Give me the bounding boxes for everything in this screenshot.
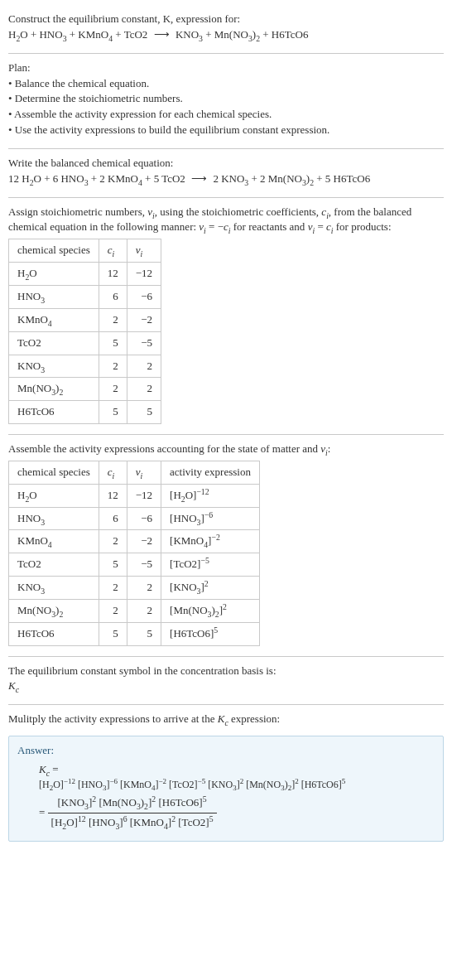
cell-species: KNO3	[9, 355, 99, 378]
th-species: chemical species	[9, 239, 99, 263]
equals-sign: =	[39, 806, 45, 818]
table-row: H2O 12 −12 [H2O]−12	[9, 484, 260, 507]
cell-c: 2	[99, 577, 127, 600]
cell-activity: [KMnO4]−2	[161, 530, 260, 553]
cell-c: 2	[99, 355, 127, 378]
cell-v: 5	[127, 622, 161, 645]
cell-species: TcO2	[9, 553, 99, 577]
table-row: KMnO4 2 −2 [KMnO4]−2	[9, 530, 260, 553]
cell-v: −2	[127, 308, 161, 331]
table-row: HNO3 6 −6 [HNO3]−6	[9, 507, 260, 530]
cell-species: KNO3	[9, 577, 99, 600]
th-ci: ci	[99, 239, 127, 263]
cell-activity: [H6TcO6]5	[161, 622, 260, 645]
plan-block: Plan: • Balance the chemical equation. •…	[8, 56, 444, 147]
cell-v: 2	[127, 378, 161, 401]
table-row: TcO2 5 −5	[9, 331, 161, 355]
cell-v: −6	[127, 285, 161, 308]
th-species: chemical species	[9, 461, 99, 484]
cell-species: H2O	[9, 263, 99, 286]
kc-fraction-line: = [KNO3]2 [Mn(NO3)2]2 [H6TcO6]5 [H2O]12 …	[39, 795, 435, 831]
cell-c: 2	[99, 530, 127, 553]
table-row: KNO3 2 2	[9, 355, 161, 378]
plan-title: Plan:	[8, 60, 444, 76]
plan-item-4: • Use the activity expressions to build …	[8, 123, 444, 138]
table-row: Mn(NO3)2 2 2 [Mn(NO3)2]2	[9, 599, 260, 622]
cell-v: 2	[127, 355, 161, 378]
cell-activity: [KNO3]2	[161, 577, 260, 600]
answer-box: Answer: Kc = [H2O]−12 [HNO3]−6 [KMnO4]−2…	[8, 736, 444, 842]
table-row: KMnO4 2 −2	[9, 308, 161, 331]
th-vi: νi	[127, 461, 161, 484]
cell-species: Mn(NO3)2	[9, 378, 99, 401]
plan-item-1: • Balance the chemical equation.	[8, 76, 444, 92]
cell-c: 5	[99, 401, 127, 424]
assign-text: Assign stoichiometric numbers, νi, using…	[8, 205, 444, 236]
symbol-block: The equilibrium constant symbol in the c…	[8, 659, 444, 703]
balanced-title: Write the balanced chemical equation:	[8, 156, 444, 171]
table-header-row: chemical species ci νi activity expressi…	[9, 461, 260, 484]
cell-c: 5	[99, 331, 127, 355]
cell-species: TcO2	[9, 331, 99, 355]
kc-fraction: [KNO3]2 [Mn(NO3)2]2 [H6TcO6]5 [H2O]12 [H…	[48, 795, 217, 831]
table-row: KNO3 2 2 [KNO3]2	[9, 577, 260, 600]
cell-v: −5	[127, 553, 161, 577]
answer-title: Answer:	[17, 743, 435, 759]
divider-4	[8, 434, 444, 435]
kc-numerator: [KNO3]2 [Mn(NO3)2]2 [H6TcO6]5	[48, 795, 217, 813]
stoich-table: chemical species ci νi H2O 12 −12 HNO3 6…	[8, 239, 161, 424]
cell-v: −6	[127, 507, 161, 530]
kc-denominator: [H2O]12 [HNO3]6 [KMnO4]2 [TcO2]5	[48, 813, 217, 831]
cell-c: 12	[99, 263, 127, 286]
balanced-equation: 12 H2O + 6 HNO3 + 2 KMnO4 + 5 TcO2 ⟶ 2 K…	[8, 171, 444, 187]
cell-v: −5	[127, 331, 161, 355]
kc-product-line: [H2O]−12 [HNO3]−6 [KMnO4]−2 [TcO2]−5 [KN…	[39, 778, 435, 792]
activity-block: Assemble the activity expressions accoun…	[8, 437, 444, 654]
unbalanced-equation: H2O + HNO3 + KMnO4 + TcO2 ⟶ KNO3 + Mn(NO…	[8, 27, 444, 43]
symbol-kc: Kc	[8, 678, 444, 694]
page-root: Construct the equilibrium constant, K, e…	[0, 0, 452, 858]
cell-species: H6TcO6	[9, 401, 99, 424]
table-row: Mn(NO3)2 2 2	[9, 378, 161, 401]
cell-species: KMnO4	[9, 308, 99, 331]
cell-activity: [H2O]−12	[161, 484, 260, 507]
cell-c: 2	[99, 599, 127, 622]
th-vi: νi	[127, 239, 161, 263]
balanced-block: Write the balanced chemical equation: 12…	[8, 151, 444, 196]
cell-c: 6	[99, 507, 127, 530]
cell-v: −12	[127, 263, 161, 286]
activity-intro: Assemble the activity expressions accoun…	[8, 442, 444, 457]
plan-item-3: • Assemble the activity expression for e…	[8, 107, 444, 123]
cell-v: −12	[127, 484, 161, 507]
plan-item-2: • Determine the stoichiometric numbers.	[8, 91, 444, 107]
divider-2	[8, 148, 444, 149]
cell-species: H6TcO6	[9, 622, 99, 645]
table-row: H6TcO6 5 5	[9, 401, 161, 424]
cell-activity: [Mn(NO3)2]2	[161, 599, 260, 622]
activity-table: chemical species ci νi activity expressi…	[8, 461, 260, 646]
cell-v: 2	[127, 599, 161, 622]
problem-title: Construct the equilibrium constant, K, e…	[8, 12, 444, 27]
cell-activity: [TcO2]−5	[161, 553, 260, 577]
cell-c: 2	[99, 308, 127, 331]
problem-header: Construct the equilibrium constant, K, e…	[8, 7, 444, 51]
kc-line1: Kc =	[39, 762, 435, 778]
cell-species: Mn(NO3)2	[9, 599, 99, 622]
table-row: TcO2 5 −5 [TcO2]−5	[9, 553, 260, 577]
divider-5	[8, 656, 444, 657]
multiply-block: Mulitply the activity expressions to arr…	[8, 707, 444, 729]
divider-1	[8, 53, 444, 54]
table-row: H2O 12 −12	[9, 263, 161, 286]
cell-c: 5	[99, 622, 127, 645]
multiply-text: Mulitply the activity expressions to arr…	[8, 712, 444, 727]
table-header-row: chemical species ci νi	[9, 239, 161, 263]
cell-species: KMnO4	[9, 530, 99, 553]
cell-c: 5	[99, 553, 127, 577]
th-ci: ci	[99, 461, 127, 484]
cell-v: 5	[127, 401, 161, 424]
symbol-text: The equilibrium constant symbol in the c…	[8, 664, 444, 679]
cell-c: 2	[99, 378, 127, 401]
cell-species: HNO3	[9, 507, 99, 530]
cell-activity: [HNO3]−6	[161, 507, 260, 530]
cell-v: −2	[127, 530, 161, 553]
